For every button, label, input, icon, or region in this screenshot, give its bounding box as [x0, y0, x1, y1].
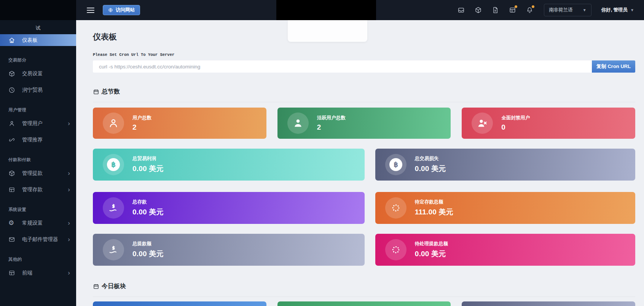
divider [93, 296, 635, 297]
sidebar-item-manage-deposits[interactable]: 管理存款 › [0, 184, 76, 195]
package-icon [8, 70, 15, 77]
user-x-icon [472, 113, 493, 134]
stat-card-trade-loss: ฿ 总交易损失 0.00 美元 [375, 149, 635, 181]
notification-badge [532, 5, 534, 8]
link-icon [8, 136, 15, 143]
sidebar: 试 仪表板 交易部分 交易设置 润宁贸易 用户管理 管理用户 › [0, 0, 76, 306]
table-icon[interactable] [509, 6, 516, 14]
visit-site-button[interactable]: 访问网站 [103, 5, 140, 15]
chevron-right-icon: › [68, 120, 70, 127]
sidebar-item-label: 常规设置 [22, 220, 43, 227]
sidebar-item-label: 前端 [22, 270, 32, 276]
stat-value: 111.00 美元 [415, 207, 453, 217]
section-title-today: 今日板块 [93, 282, 635, 290]
chevron-right-icon: › [68, 236, 70, 243]
sidebar-item-general-settings[interactable]: ⚙ 常规设置 › [0, 217, 76, 229]
chevron-right-icon: › [68, 186, 70, 193]
stat-value: 0.00 美元 [415, 249, 448, 259]
sidebar-section-users: 用户管理 [0, 107, 76, 113]
sidebar-item-label: 管理推荐 [22, 136, 43, 143]
cron-row: 复制 Cron URL [93, 60, 635, 73]
stat-value: 2 [132, 123, 151, 132]
stats-row-4: 总提款额 0.00 美元 待处理提款总额 0.00 美元 [93, 234, 635, 266]
home-icon [8, 37, 15, 44]
stat-label: 全面封禁用户 [501, 115, 530, 121]
brand-text: 试 [0, 25, 76, 32]
cron-instruction: Please Set Cron Url To Your Server [93, 52, 635, 57]
table-icon [8, 186, 15, 193]
stat-card-pending-deposits: 待定存款总额 111.00 美元 [375, 192, 635, 224]
caret-down-icon: ▼ [583, 8, 587, 12]
sidebar-item-label: 管理提款 [22, 170, 43, 177]
stat-value: 0.00 美元 [132, 249, 164, 259]
stat-label: 总交易损失 [415, 155, 446, 162]
stat-card-total-withdrawals: 总提款额 0.00 美元 [93, 234, 365, 266]
stat-card-total-deposits: 总存款 0.00 美元 [93, 192, 365, 224]
copy-cron-url-button[interactable]: 复制 Cron URL [592, 60, 635, 73]
stat-label: 待处理提款总额 [415, 241, 448, 247]
sidebar-item-manage-users[interactable]: 管理用户 › [0, 117, 76, 129]
visit-site-label: 访问网站 [116, 7, 135, 13]
stat-card-total-users: 用户总数 2 [93, 108, 266, 139]
globe-icon [108, 8, 113, 13]
calendar-icon [93, 283, 99, 290]
stat-label: 总提款额 [132, 241, 164, 247]
user-greeting: 你好, 管理员 [601, 7, 628, 13]
mail-icon [8, 236, 15, 243]
stat-value: 0.00 美元 [415, 164, 446, 174]
sidebar-logo-area [0, 0, 76, 20]
chevron-right-icon: › [68, 170, 70, 176]
sidebar-section-trading: 交易部分 [0, 57, 76, 63]
stat-value: 2 [317, 123, 346, 132]
sidebar-section-system: 系统设置 [0, 207, 76, 212]
sidebar-item-dashboard[interactable]: 仪表板 [0, 34, 76, 46]
spinner-icon [385, 197, 406, 219]
stats-row-2: ฿ 总贸易利润 0.00 美元 ฿ 总交易损失 0.00 美元 [93, 149, 635, 181]
sidebar-item-label: 交易设置 [22, 70, 43, 77]
inbox-icon[interactable] [457, 6, 465, 14]
package-icon [8, 170, 15, 177]
language-selector[interactable]: 南非荷兰语 ▼ [544, 4, 591, 16]
spinner-icon [385, 239, 406, 260]
redaction-dark-box [276, 0, 376, 20]
cron-url-input[interactable] [93, 60, 592, 73]
chevron-right-icon: › [68, 220, 70, 226]
file-icon[interactable] [492, 6, 499, 14]
today-card-2 [277, 301, 451, 306]
clock-icon [8, 87, 15, 94]
stat-card-banned-users: 全面封禁用户 0 [462, 108, 635, 139]
bell-icon[interactable] [526, 6, 533, 14]
stat-value: 0.00 美元 [132, 207, 164, 217]
stats-row-1: 用户总数 2 活跃用户总数 2 全面封禁用户 0 [93, 108, 635, 139]
sidebar-item-trading[interactable]: 润宁贸易 [0, 84, 76, 96]
user-filled-icon [287, 113, 309, 134]
sidebar-item-label: 管理用户 [22, 120, 43, 127]
stat-label: 总贸易利润 [132, 155, 164, 162]
redaction-light-box [288, 20, 367, 42]
hand-dollar-icon [103, 239, 124, 260]
stat-label: 总存款 [132, 199, 164, 205]
chevron-right-icon: › [68, 270, 70, 276]
user-menu[interactable]: 你好, 管理员 ▼ [601, 7, 634, 13]
sidebar-item-email-manager[interactable]: 电子邮件管理器 › [0, 233, 76, 245]
sidebar-item-manage-referrals[interactable]: 管理推荐 [0, 134, 76, 146]
sidebar-item-manage-withdrawals[interactable]: 管理提款 › [0, 167, 76, 179]
stat-label: 活跃用户总数 [317, 115, 346, 121]
hand-dollar-icon [103, 197, 124, 219]
admin-dashboard-page: 试 仪表板 交易部分 交易设置 润宁贸易 用户管理 管理用户 › [0, 0, 644, 306]
sidebar-section-other: 其他的 [0, 257, 76, 262]
stat-value: 0.00 美元 [132, 164, 164, 174]
package-icon[interactable] [475, 6, 482, 14]
stat-label: 待定存款总额 [415, 199, 453, 205]
sidebar-item-trade-settings[interactable]: 交易设置 [0, 68, 76, 79]
sidebar-item-label: 电子邮件管理器 [22, 236, 58, 243]
today-card-1 [93, 301, 266, 306]
sidebar-item-label: 仪表板 [22, 37, 38, 44]
stat-card-active-users: 活跃用户总数 2 [277, 108, 451, 139]
today-card-3 [462, 301, 635, 306]
section-title-totals: 总节数 [93, 88, 635, 96]
sidebar-item-frontend[interactable]: 前端 › [0, 267, 76, 279]
language-label: 南非荷兰语 [549, 7, 573, 13]
today-stats-row [93, 301, 635, 306]
menu-toggle-icon[interactable] [87, 6, 94, 14]
